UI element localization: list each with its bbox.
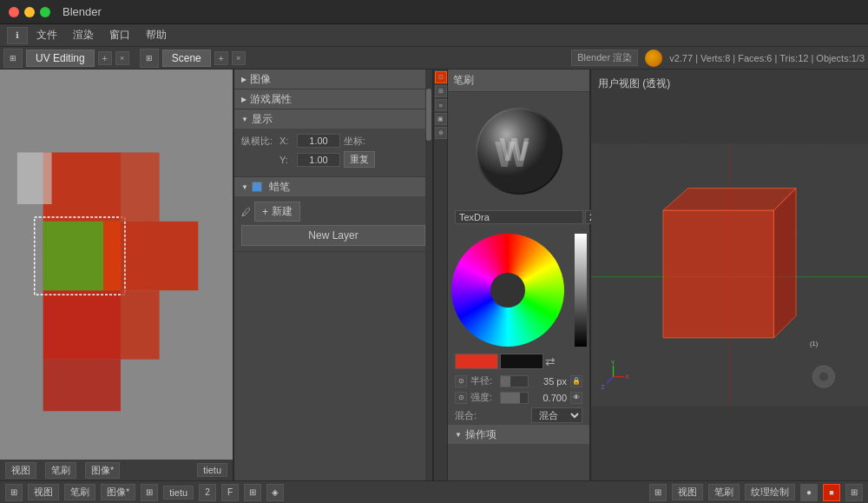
radius-lock-icon[interactable]: 🔒 <box>570 375 582 387</box>
tab-add-right[interactable]: + <box>214 51 228 65</box>
uv-canvas <box>0 69 233 460</box>
status-num-2[interactable]: 2 <box>199 484 216 501</box>
layout-icon-right[interactable]: ⊞ <box>140 49 159 68</box>
status-red-btn[interactable]: ■ <box>823 484 840 501</box>
ops-header: ▼ 操作项 <box>448 425 589 444</box>
svg-text:(1): (1) <box>810 340 819 347</box>
sidebar-icon-1[interactable]: ⊞ <box>435 85 447 97</box>
status-brush-right-btn[interactable]: 笔刷 <box>708 484 740 500</box>
info-icon[interactable]: ℹ <box>7 27 28 44</box>
sidebar-icon-2[interactable]: ≡ <box>435 99 447 111</box>
brush-name-input[interactable] <box>455 210 583 224</box>
uv-brush-btn[interactable]: 笔刷 <box>45 462 76 479</box>
brush-checkbox[interactable] <box>252 182 262 192</box>
app-title: Blender <box>62 5 102 18</box>
uv-statusbar: 视图 笔刷 图像* tietu <box>0 460 233 480</box>
swatch-foreground[interactable] <box>455 354 498 369</box>
tab-add-left[interactable]: + <box>98 51 112 65</box>
image-header[interactable]: ▶ 图像 <box>234 69 432 89</box>
tab-scene[interactable]: Scene <box>162 50 211 67</box>
renderer-select[interactable]: Blender 渲染 <box>571 50 638 66</box>
status-texture-paint-btn[interactable]: 纹理绘制 <box>745 484 795 500</box>
tab-close-right[interactable]: × <box>232 51 246 65</box>
add-brush-btn[interactable]: + 新建 <box>254 202 300 222</box>
status-icon-2[interactable]: ⊞ <box>141 484 158 501</box>
status-extra-btn[interactable]: ◈ <box>266 484 284 501</box>
svg-rect-3 <box>43 290 121 359</box>
game-props-header[interactable]: ▶ 游戏属性 <box>234 89 432 109</box>
brush-tool-row: 🖊 + 新建 <box>241 202 425 222</box>
blend-select[interactable]: 混合 <box>531 407 583 423</box>
minimize-button[interactable] <box>24 7 35 17</box>
menu-render[interactable]: 渲染 <box>66 26 101 44</box>
swatch-background[interactable] <box>500 354 543 369</box>
scale-x-value[interactable]: 1.00 <box>297 134 340 148</box>
game-props-label: 游戏属性 <box>250 92 292 107</box>
strength-icon2[interactable]: 👁 <box>570 392 582 404</box>
status-view-right-btn[interactable]: 视图 <box>672 484 703 500</box>
uv-editor-panel: 视图 笔刷 图像* tietu <box>0 69 234 480</box>
status-brush-btn[interactable]: 笔刷 <box>64 484 95 500</box>
uv-image-btn[interactable]: 图像* <box>85 462 120 479</box>
sidebar-icon-active[interactable]: ⊡ <box>435 71 447 83</box>
uv-view-btn[interactable]: 视图 <box>5 462 36 479</box>
new-btn-label: 新建 <box>272 204 293 219</box>
status-grid-btn[interactable]: ⊞ <box>244 484 261 501</box>
statusbar: ⊞ 视图 笔刷 图像* ⊞ tietu 2 F ⊞ ◈ ⊞ 视图 笔刷 纹理绘制… <box>0 480 868 503</box>
color-wheel[interactable] <box>451 234 564 347</box>
coord-label: 坐标: <box>344 135 378 148</box>
tab-close-left[interactable]: × <box>115 51 129 65</box>
brush-header[interactable]: ▼ 蜡笔 <box>234 177 432 196</box>
blend-row: 混合: 混合 <box>448 406 589 425</box>
props-panel: ▶ 图像 ▶ 游戏属性 ▼ 显示 纵横比: X: 1.00 坐标: <box>234 69 434 480</box>
strength-bar[interactable] <box>500 392 529 404</box>
brush-panel: 笔刷 W <box>448 69 591 480</box>
radius-fill <box>501 376 510 387</box>
brush-icon: 🖊 <box>241 207 251 217</box>
strength-icon: ⊙ <box>455 392 467 404</box>
scale-x-row: 纵横比: X: 1.00 坐标: <box>241 134 425 148</box>
scale-y-value[interactable]: 1.00 <box>297 153 340 167</box>
status-view-btn[interactable]: 视图 <box>28 484 59 500</box>
maximize-button[interactable] <box>40 7 50 17</box>
radius-bar[interactable] <box>500 375 529 387</box>
status-right-icon1[interactable]: ⊞ <box>649 484 667 501</box>
viewport-3d[interactable]: X Y Z (1) 用户视图 (透视) <box>591 69 868 480</box>
menu-help[interactable]: 帮助 <box>139 26 174 44</box>
brightness-bar[interactable] <box>575 234 587 347</box>
strength-fill <box>501 393 520 403</box>
menu-file[interactable]: 文件 <box>30 26 64 44</box>
status-sphere-icon[interactable]: ● <box>800 484 818 501</box>
status-tietu-btn[interactable]: tietu <box>163 486 194 500</box>
status-last-icon[interactable]: ⊞ <box>845 484 863 501</box>
status-f-btn[interactable]: F <box>221 484 239 501</box>
uv-tietu-btn[interactable]: tietu <box>197 463 227 477</box>
new-layer-btn[interactable]: New Layer <box>241 225 425 246</box>
tab-uv-editing[interactable]: UV Editing <box>26 50 95 67</box>
uv-viewport[interactable] <box>0 69 233 460</box>
svg-text:W: W <box>495 134 529 175</box>
brush-panel-title: 笔刷 <box>453 73 474 88</box>
brush-panel-header: 笔刷 <box>448 69 589 92</box>
game-props-arrow: ▶ <box>241 96 247 103</box>
ops-arrow: ▼ <box>455 431 462 439</box>
status-image-btn[interactable]: 图像* <box>101 484 135 500</box>
sidebar-icon-4[interactable]: ⊕ <box>435 127 447 139</box>
status-icon-1[interactable]: ⊞ <box>5 484 23 501</box>
tabbar: ⊞ UV Editing + × ⊞ Scene + × Blender 渲染 … <box>0 47 868 69</box>
brush-preview-area: W <box>448 92 589 207</box>
wheel-row <box>455 234 582 347</box>
sidebar-icon-3[interactable]: ▣ <box>435 113 447 125</box>
svg-point-11 <box>477 109 561 193</box>
props-scrollbar[interactable] <box>425 69 432 480</box>
color-swatches: ⇄ <box>448 350 589 373</box>
layout-icon-left[interactable]: ⊞ <box>3 49 23 68</box>
repeat-button[interactable]: 重复 <box>344 151 375 168</box>
display-header[interactable]: ▼ 显示 <box>234 109 432 129</box>
menu-window[interactable]: 窗口 <box>102 26 137 44</box>
svg-rect-1 <box>43 152 121 221</box>
swap-colors-icon[interactable]: ⇄ <box>545 354 556 368</box>
radius-label: 半径: <box>470 374 496 387</box>
color-wheel-container <box>448 230 589 350</box>
close-button[interactable] <box>9 7 19 17</box>
